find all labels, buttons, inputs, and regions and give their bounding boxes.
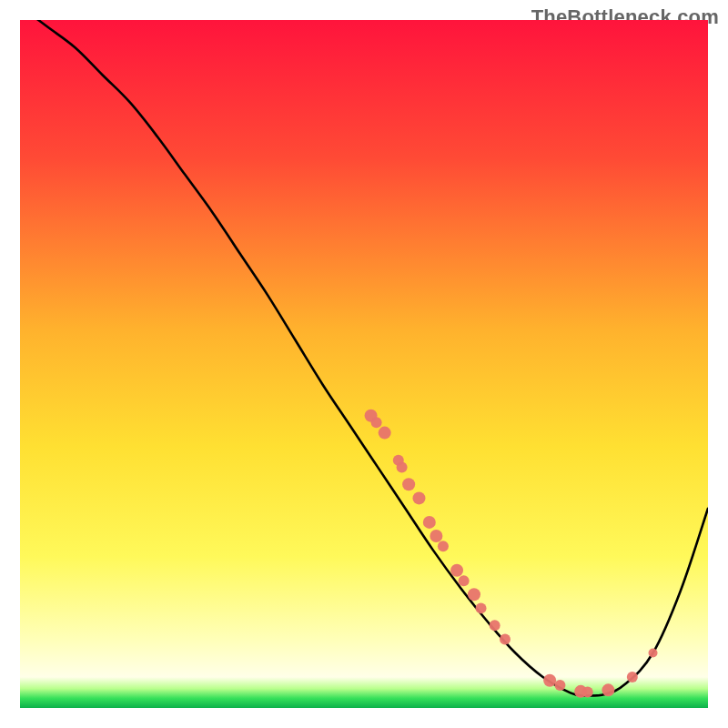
data-point xyxy=(423,516,436,529)
data-point xyxy=(554,680,565,691)
data-point xyxy=(397,461,408,472)
data-point xyxy=(627,672,638,682)
data-point xyxy=(543,674,556,687)
data-point xyxy=(582,687,593,698)
chart-stage: TheBottleneck.com xyxy=(0,0,728,728)
data-point xyxy=(468,588,480,601)
chart-svg xyxy=(20,20,708,708)
data-point xyxy=(438,541,449,551)
data-point xyxy=(412,491,425,504)
gradient-background xyxy=(20,20,708,708)
data-point xyxy=(476,602,487,613)
data-point xyxy=(371,417,382,428)
data-point xyxy=(430,530,442,542)
plot-area xyxy=(20,20,708,708)
data-point xyxy=(402,478,415,490)
data-point xyxy=(379,427,391,440)
data-point xyxy=(450,564,463,577)
data-point xyxy=(649,649,658,658)
data-point xyxy=(459,575,470,586)
data-point xyxy=(602,683,614,696)
data-point xyxy=(500,633,511,644)
data-point xyxy=(490,620,500,631)
